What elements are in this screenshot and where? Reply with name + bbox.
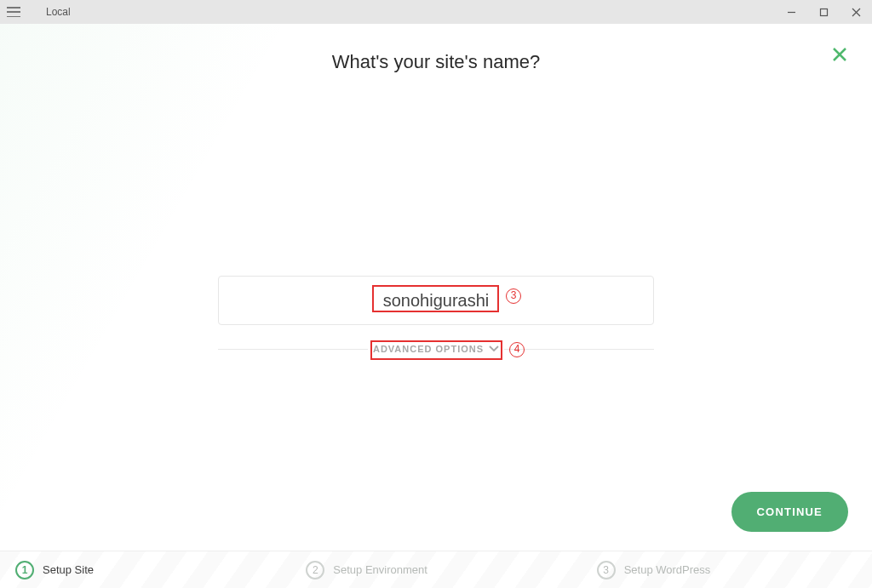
close-window-button[interactable] <box>840 0 872 24</box>
step-label: Setup WordPress <box>624 563 711 576</box>
step-number: 3 <box>597 561 616 579</box>
divider <box>218 349 368 350</box>
site-name-input[interactable] <box>218 276 654 325</box>
step-setup-site[interactable]: 1 Setup Site <box>0 551 290 588</box>
svg-rect-1 <box>820 9 827 15</box>
advanced-options-row: ADVANCED OPTIONS <box>218 344 654 354</box>
maximize-button[interactable] <box>807 0 840 24</box>
step-number: 2 <box>306 561 324 579</box>
wizard-steps: 1 Setup Site 2 Setup Environment 3 Setup… <box>0 551 872 588</box>
advanced-options-label: ADVANCED OPTIONS <box>373 344 484 354</box>
chevron-down-icon <box>489 345 499 352</box>
step-label: Setup Environment <box>333 563 427 576</box>
close-dialog-button[interactable] <box>831 46 848 66</box>
minimize-button[interactable] <box>775 0 807 24</box>
title-bar: Local <box>0 0 872 24</box>
main-content: What's your site's name? ADVANCED OPTION… <box>0 24 872 551</box>
hamburger-menu-icon[interactable] <box>7 7 20 17</box>
window-controls <box>775 0 872 24</box>
divider <box>504 349 654 350</box>
app-title: Local <box>46 6 71 18</box>
advanced-options-toggle[interactable]: ADVANCED OPTIONS <box>368 344 504 354</box>
continue-button[interactable]: CONTINUE <box>731 492 849 532</box>
step-number: 1 <box>15 561 34 579</box>
step-setup-wordpress[interactable]: 3 Setup WordPress <box>582 551 872 588</box>
step-label: Setup Site <box>43 563 94 576</box>
step-setup-environment[interactable]: 2 Setup Environment <box>290 551 581 588</box>
page-title: What's your site's name? <box>0 24 872 73</box>
site-name-form: ADVANCED OPTIONS <box>218 276 654 354</box>
